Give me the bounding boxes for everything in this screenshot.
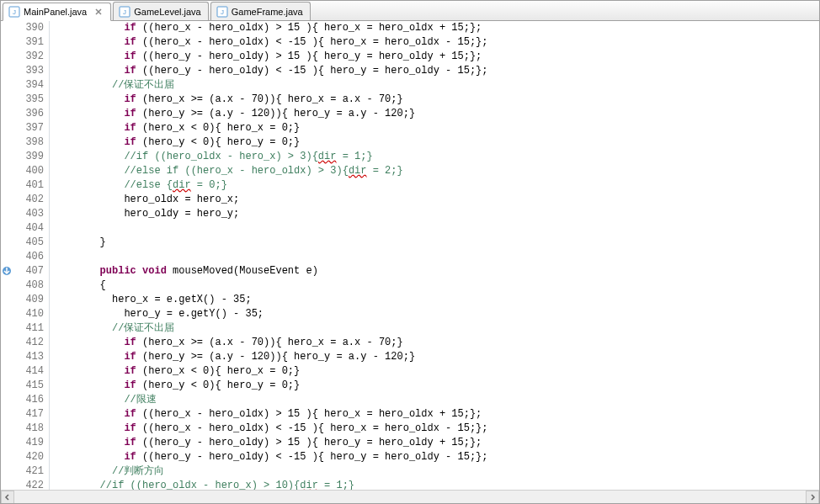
code-line[interactable]: if (hero_y >= (a.y - 120)){ hero_y = a.y… <box>51 350 819 364</box>
code-line[interactable]: { <box>51 279 819 293</box>
line-number: 396 <box>16 107 44 121</box>
editor-area: 3903913923933943953963973983994004014024… <box>1 21 819 490</box>
line-number: 395 <box>16 93 44 107</box>
code-line[interactable]: //限速 <box>51 393 819 407</box>
code-line[interactable]: if ((hero_y - hero_oldy) > 15 ){ hero_y … <box>51 50 819 64</box>
code-line[interactable]: public void mouseMoved(MouseEvent e) <box>51 264 819 279</box>
line-number: 399 <box>16 150 44 164</box>
line-number: 412 <box>16 336 44 350</box>
code-line[interactable] <box>51 221 819 236</box>
java-file-icon: J <box>8 6 20 18</box>
code-line[interactable]: if (hero_y >= (a.y - 120)){ hero_y = a.y… <box>51 107 819 121</box>
code-line[interactable]: //else {dir = 0;} <box>51 178 819 193</box>
code-line[interactable]: //if ((hero_oldx - hero_x) > 10){dir = 1… <box>51 479 819 490</box>
line-number-gutter: 3903913923933943953963973983994004014024… <box>16 21 50 490</box>
code-line[interactable]: //保证不出届 <box>51 321 819 336</box>
code-line[interactable]: if (hero_x >= (a.x - 70)){ hero_x = a.x … <box>51 93 819 107</box>
line-number: 421 <box>16 464 44 479</box>
code-line[interactable]: //保证不出届 <box>51 78 819 93</box>
tab-label: MainPanel.java <box>24 7 87 17</box>
svg-text:J: J <box>221 8 224 16</box>
code-line[interactable]: if ((hero_x - hero_oldx) > 15 ){ hero_x … <box>51 407 819 422</box>
code-line[interactable]: if ((hero_x - hero_oldx) < -15 ){ hero_x… <box>51 422 819 436</box>
line-number: 392 <box>16 50 44 64</box>
tab-label: GameLevel.java <box>134 7 201 17</box>
scroll-right-button[interactable] <box>806 491 819 504</box>
line-number: 413 <box>16 350 44 364</box>
line-number: 401 <box>16 178 44 193</box>
line-number: 407 <box>16 264 44 279</box>
code-line[interactable]: if ((hero_y - hero_oldy) < -15 ){ hero_y… <box>51 450 819 464</box>
java-file-icon: J <box>119 6 130 18</box>
code-line[interactable]: if ((hero_x - hero_oldx) > 15 ){ hero_x … <box>51 21 819 35</box>
code-line[interactable]: if (hero_x < 0){ hero_x = 0;} <box>51 364 819 379</box>
code-line[interactable]: if (hero_x >= (a.x - 70)){ hero_x = a.x … <box>51 336 819 350</box>
line-number: 417 <box>16 407 44 422</box>
tab-label: GameFrame.java <box>232 7 303 17</box>
line-number: 416 <box>16 393 44 407</box>
scroll-left-button[interactable] <box>1 491 14 504</box>
code-view[interactable]: if ((hero_x - hero_oldx) > 15 ){ hero_x … <box>50 21 819 490</box>
line-number: 406 <box>16 250 44 264</box>
line-number: 409 <box>16 293 44 307</box>
line-number: 397 <box>16 121 44 135</box>
line-number: 414 <box>16 364 44 379</box>
override-marker-icon[interactable] <box>3 267 11 275</box>
code-line[interactable] <box>51 250 819 264</box>
line-number: 390 <box>16 21 44 35</box>
code-line[interactable]: hero_y = e.getY() - 35; <box>51 307 819 321</box>
line-number: 404 <box>16 221 44 236</box>
code-line[interactable]: if ((hero_y - hero_oldy) > 15 ){ hero_y … <box>51 436 819 450</box>
line-number: 422 <box>16 479 44 490</box>
marker-column <box>1 21 16 490</box>
code-line[interactable]: //判断方向 <box>51 464 819 479</box>
line-number: 394 <box>16 78 44 93</box>
tab-gameframe[interactable]: JGameFrame.java <box>210 2 311 20</box>
code-line[interactable]: hero_oldy = hero_y; <box>51 207 819 221</box>
editor-tabbar: JMainPanel.javaJGameLevel.javaJGameFrame… <box>1 1 819 21</box>
line-number: 420 <box>16 450 44 464</box>
line-number: 419 <box>16 436 44 450</box>
svg-text:J: J <box>13 8 16 16</box>
code-line[interactable]: //else if ((hero_x - hero_oldx) > 3){dir… <box>51 164 819 178</box>
line-number: 398 <box>16 135 44 150</box>
line-number: 411 <box>16 321 44 336</box>
code-line[interactable]: if ((hero_x - hero_oldx) < -15 ){ hero_x… <box>51 35 819 50</box>
code-line[interactable]: if (hero_x < 0){ hero_x = 0;} <box>51 121 819 135</box>
svg-text:J: J <box>123 8 126 16</box>
code-line[interactable]: hero_oldx = hero_x; <box>51 193 819 207</box>
code-line[interactable]: //if ((hero_oldx - hero_x) > 3){dir = 1;… <box>51 150 819 164</box>
line-number: 403 <box>16 207 44 221</box>
tab-mainpanel[interactable]: JMainPanel.java <box>3 3 111 21</box>
line-number: 405 <box>16 236 44 250</box>
horizontal-scrollbar[interactable] <box>1 490 819 503</box>
code-line[interactable]: if (hero_y < 0){ hero_y = 0;} <box>51 379 819 393</box>
line-number: 400 <box>16 164 44 178</box>
line-number: 410 <box>16 307 44 321</box>
java-file-icon: J <box>216 6 228 18</box>
code-line[interactable]: } <box>51 236 819 250</box>
code-line[interactable]: if (hero_y < 0){ hero_y = 0;} <box>51 135 819 150</box>
close-icon[interactable] <box>93 7 104 17</box>
line-number: 415 <box>16 379 44 393</box>
tab-gamelevel[interactable]: JGameLevel.java <box>113 2 209 20</box>
line-number: 418 <box>16 422 44 436</box>
line-number: 402 <box>16 193 44 207</box>
line-number: 391 <box>16 35 44 50</box>
code-line[interactable]: hero_x = e.getX() - 35; <box>51 293 819 307</box>
line-number: 408 <box>16 279 44 293</box>
code-line[interactable]: if ((hero_y - hero_oldy) < -15 ){ hero_y… <box>51 64 819 78</box>
line-number: 393 <box>16 64 44 78</box>
